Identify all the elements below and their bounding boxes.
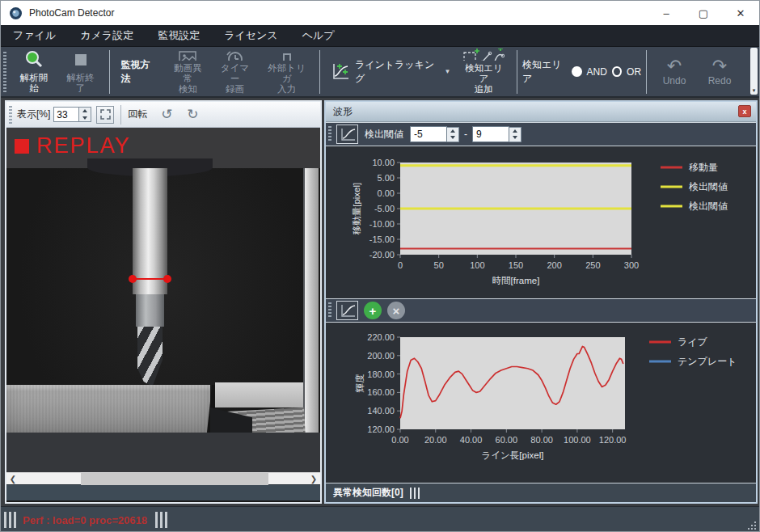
svg-text:ライン長[pixel]: ライン長[pixel] (482, 450, 544, 460)
main-toolbar: 解析開始 解析終了 監視方法 動画異常 検知 タイマー 録画 (1, 47, 759, 98)
perf-grip-left[interactable] (4, 512, 16, 528)
line-tracking-icon (330, 61, 350, 82)
svg-text:80.00: 80.00 (530, 435, 553, 445)
svg-text:0.00: 0.00 (378, 188, 395, 198)
zoom-down-icon[interactable] (79, 115, 91, 122)
threshold-max-down-icon[interactable] (509, 134, 521, 141)
svg-text:60.00: 60.00 (496, 435, 518, 445)
remove-line-button[interactable]: × (387, 302, 405, 319)
menu-license[interactable]: ライセンス (212, 25, 290, 46)
minimize-button[interactable]: – (648, 1, 685, 25)
threshold-separator: - (464, 129, 467, 140)
movement-chart: 10.005.000.00-5.00-10.00-15.00-20.000501… (326, 146, 756, 298)
threshold-min-input[interactable] (410, 126, 447, 142)
zoom-up-icon[interactable] (79, 108, 91, 115)
fit-to-window-button[interactable] (96, 106, 114, 124)
svg-text:200.00: 200.00 (367, 351, 395, 361)
perf-grip-right[interactable] (155, 512, 167, 528)
threshold-max-stepper[interactable] (509, 127, 521, 142)
svg-text:200: 200 (547, 260, 561, 270)
movement-chart-svg: 10.005.000.00-5.00-10.00-15.00-20.000501… (326, 146, 754, 298)
menu-camera-settings[interactable]: カメラ設定 (68, 25, 146, 46)
zoom-stepper[interactable] (79, 107, 91, 122)
statusbar-grip[interactable] (410, 488, 420, 499)
toolbar-separator (109, 50, 110, 94)
stop-square-icon (70, 49, 91, 70)
svg-text:5.00: 5.00 (378, 173, 395, 183)
or-radio[interactable] (612, 66, 622, 77)
menu-monitor-settings[interactable]: 監視設定 (146, 25, 212, 46)
menu-file[interactable]: ファイル (1, 25, 68, 46)
line-profile-toolbar-grip[interactable] (328, 302, 331, 319)
menu-help[interactable]: ヘルプ (290, 25, 347, 46)
video-anomaly-button[interactable]: 動画異常 検知 (164, 49, 211, 95)
video-toolbar-separator (120, 105, 121, 125)
zoom-input[interactable] (53, 107, 79, 122)
scroll-right-icon[interactable]: ❯ (307, 473, 320, 485)
tracking-handle-right[interactable] (163, 275, 171, 283)
scene-floor (6, 433, 320, 472)
waveform-close-button[interactable]: x (738, 105, 751, 117)
svg-text:20.00: 20.00 (424, 435, 447, 445)
stop-analysis-button[interactable]: 解析終了 (57, 49, 104, 95)
maximize-button[interactable]: ▢ (685, 1, 722, 25)
toolbar-separator (517, 50, 517, 94)
zoom-label: 表示[%] (17, 108, 50, 121)
waveform-titlebar: 波形 x (326, 102, 756, 122)
threshold-min-up-icon[interactable] (447, 128, 458, 135)
timer-record-button[interactable]: タイマー 録画 (211, 49, 259, 95)
video-display[interactable]: REPLAY (6, 128, 320, 472)
line-tracking-button[interactable]: ライントラッキング ▼ (325, 49, 455, 95)
perf-text: Perf : load=0 proc=20618 (23, 514, 147, 526)
luminance-chart: 220.00200.00180.00160.00140.00120.000.00… (326, 323, 756, 479)
detect-area-label: 検知エリア (522, 58, 567, 86)
svg-text:10.00: 10.00 (372, 158, 395, 167)
external-trigger-button[interactable]: 外部トリガ 入力 (259, 49, 315, 95)
curve-icon (339, 126, 357, 142)
resize-grip-icon[interactable] (747, 521, 757, 530)
threshold-min-stepper[interactable] (447, 127, 459, 142)
threshold-max-input[interactable] (472, 126, 509, 142)
undo-button[interactable]: ↶ Undo (652, 57, 697, 87)
content-area: 表示[%] 回転 ↺ ↻ (1, 99, 759, 532)
rotate-cw-button[interactable]: ↻ (183, 105, 202, 125)
video-panel-footer (6, 484, 320, 500)
svg-text:移動量: 移動量 (689, 162, 718, 173)
svg-text:-15.00: -15.00 (369, 234, 395, 244)
toolbar-grip[interactable] (3, 52, 6, 92)
svg-text:0: 0 (398, 260, 403, 270)
workpiece-left (6, 385, 210, 433)
add-line-button[interactable]: + (364, 302, 382, 319)
drill-collar (136, 294, 164, 327)
svg-text:150: 150 (509, 260, 523, 270)
add-detect-area-button[interactable]: 検知エリア 追加 (456, 49, 513, 95)
profile-curve-button[interactable] (336, 301, 358, 320)
undo-icon: ↶ (667, 57, 682, 75)
rotate-ccw-button[interactable]: ↺ (157, 105, 176, 125)
redo-button[interactable]: ↷ Redo (697, 57, 742, 87)
threshold-min-down-icon[interactable] (447, 134, 458, 141)
anomaly-count: 異常検知回数[0] (333, 486, 403, 500)
toolbar-overflow-button[interactable]: ▾ (750, 48, 758, 95)
video-toolbar-grip[interactable] (9, 106, 12, 124)
threshold-max-up-icon[interactable] (509, 128, 521, 135)
waveform-curve-button[interactable] (336, 125, 358, 144)
start-analysis-button[interactable]: 解析開始 (11, 49, 57, 95)
monitor-method-label: 監視方法 (114, 58, 164, 86)
svg-text:140.00: 140.00 (367, 406, 395, 416)
svg-text:-5.00: -5.00 (374, 204, 395, 213)
svg-text:時間[frame]: 時間[frame] (492, 276, 540, 285)
close-button[interactable]: ✕ (722, 1, 759, 25)
and-radio[interactable] (572, 66, 581, 77)
menu-bar: ファイル カメラ設定 監視設定 ライセンス ヘルプ (1, 25, 759, 47)
svg-text:検出閾値: 検出閾値 (689, 181, 728, 192)
horizontal-scrollbar[interactable]: ❮ ❯ (6, 472, 320, 484)
svg-text:50: 50 (434, 260, 444, 270)
fit-arrows-icon (99, 108, 112, 120)
svg-text:160.00: 160.00 (367, 387, 395, 397)
svg-text:120.00: 120.00 (599, 435, 627, 445)
tracking-handle-left[interactable] (129, 275, 137, 283)
scrollbar-thumb[interactable] (81, 473, 268, 485)
threshold-toolbar-grip[interactable] (328, 126, 331, 142)
scroll-left-icon[interactable]: ❮ (6, 473, 19, 485)
